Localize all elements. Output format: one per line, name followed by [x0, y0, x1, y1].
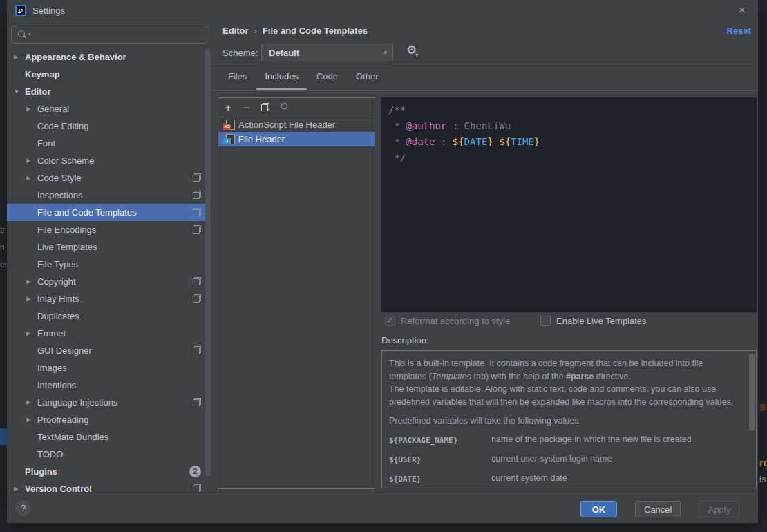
- sidebar-item-file-and-code-templates[interactable]: File and Code Templates: [7, 204, 211, 221]
- copy-icon[interactable]: [261, 102, 279, 113]
- sidebar-item-plugins[interactable]: Plugins2: [7, 463, 211, 480]
- dialog-footer: ? OK Cancel Apply: [7, 492, 758, 523]
- sidebar-item-label: GUI Designer: [37, 345, 92, 356]
- file-template-icon: AS: [223, 120, 234, 131]
- scheme-dropdown[interactable]: Default ▾: [261, 44, 393, 61]
- chevron-collapsed-icon[interactable]: ▶: [26, 106, 37, 112]
- chevron-collapsed-icon[interactable]: ▶: [14, 486, 25, 492]
- settings-tree: ▶Appearance & BehaviorKeymap▼Editor▶Gene…: [7, 48, 211, 492]
- reformat-checkbox-label: Reformat according to style: [401, 316, 510, 326]
- variable-row: ${PACKAGE_NAME}name of the package in wh…: [389, 435, 741, 447]
- remove-icon: −: [243, 102, 261, 113]
- background-selection-fragment: [0, 428, 7, 445]
- settings-content: Editor›File and Code Templates Reset Sch…: [211, 21, 758, 492]
- template-editor[interactable]: /** * @author : ChenLiWu * @date : ${DAT…: [381, 97, 757, 312]
- sidebar-item-intentions[interactable]: Intentions: [7, 377, 211, 394]
- tab-other[interactable]: Other: [348, 64, 387, 91]
- sidebar-item-label: File and Code Templates: [37, 207, 137, 218]
- sidebar-item-language-injections[interactable]: ▶Language Injections: [7, 394, 211, 411]
- sidebar-item-images[interactable]: Images: [7, 359, 211, 377]
- settings-dialog: IJ Settings × ▾ ▶Appearance & BehaviorKe…: [7, 0, 758, 523]
- sidebar-item-label: Inspections: [37, 190, 83, 200]
- chevron-collapsed-icon[interactable]: ▶: [26, 278, 37, 285]
- chevron-collapsed-icon[interactable]: ▶: [26, 296, 37, 302]
- sidebar-scrollbar[interactable]: [205, 48, 211, 477]
- sidebar-item-version-control[interactable]: ▶Version Control: [7, 480, 211, 492]
- chevron-collapsed-icon[interactable]: ▶: [26, 399, 37, 406]
- sidebar-item-color-scheme[interactable]: ▶Color Scheme: [7, 152, 211, 169]
- help-button[interactable]: ?: [15, 500, 31, 516]
- tab-includes[interactable]: Includes: [256, 64, 306, 91]
- variable-description: current system date: [491, 473, 567, 483]
- dialog-titlebar[interactable]: IJ Settings ×: [7, 0, 758, 21]
- sidebar-item-code-editing[interactable]: Code Editing: [7, 117, 211, 135]
- background-text-fragment: n: [0, 243, 5, 252]
- chevron-collapsed-icon[interactable]: ▶: [26, 158, 37, 164]
- ok-button[interactable]: OK: [580, 501, 617, 517]
- reset-link[interactable]: Reset: [727, 26, 751, 36]
- search-input[interactable]: ▾: [11, 26, 207, 44]
- enable-live-templates-checkbox[interactable]: Enable Live Templates: [540, 316, 647, 326]
- sidebar-item-font[interactable]: Font: [7, 135, 211, 152]
- sidebar-item-live-templates[interactable]: Live Templates: [7, 238, 211, 256]
- sidebar-item-label: Images: [37, 363, 67, 373]
- search-icon: [17, 30, 27, 39]
- description-scrollbar[interactable]: [749, 354, 755, 431]
- sidebar-item-emmet[interactable]: ▶Emmet: [7, 325, 211, 342]
- sidebar-item-label: Emmet: [37, 328, 66, 339]
- sidebar-item-appearance-behavior[interactable]: ▶Appearance & Behavior: [7, 48, 211, 66]
- code-line: * @author : ChenLiWu: [388, 118, 750, 134]
- add-icon[interactable]: +: [225, 102, 243, 113]
- duplicate-settings-icon: [193, 398, 201, 406]
- breadcrumb-item[interactable]: Editor: [222, 26, 249, 36]
- sidebar-item-editor[interactable]: ▼Editor: [7, 83, 211, 100]
- sidebar-item-code-style[interactable]: ▶Code Style: [7, 169, 211, 187]
- apply-button[interactable]: Apply: [699, 501, 739, 517]
- chevron-collapsed-icon[interactable]: ▶: [26, 330, 37, 336]
- close-icon[interactable]: ×: [735, 3, 750, 18]
- duplicate-settings-icon: [193, 225, 201, 234]
- cancel-button[interactable]: Cancel: [635, 501, 681, 517]
- sidebar-item-label: General: [37, 104, 69, 114]
- sidebar-item-inlay-hints[interactable]: ▶Inlay Hints: [7, 290, 211, 307]
- sidebar-item-label: Keymap: [25, 69, 60, 79]
- sidebar-item-duplicates[interactable]: Duplicates: [7, 307, 211, 325]
- duplicate-settings-icon: [193, 208, 201, 216]
- sidebar-item-keymap[interactable]: Keymap: [7, 66, 211, 83]
- code-line: */: [388, 150, 750, 166]
- description-panel: This is a built-in template. It contains…: [381, 350, 757, 488]
- sidebar-item-label: Plugins: [25, 466, 57, 477]
- sidebar-item-inspections[interactable]: Inspections: [7, 187, 211, 204]
- chevron-collapsed-icon[interactable]: ▶: [26, 417, 37, 423]
- background-text-fragment: ro: [759, 457, 767, 468]
- sidebar-item-todo[interactable]: TODO: [7, 446, 211, 463]
- sidebar-item-file-encodings[interactable]: File Encodings: [7, 221, 211, 238]
- template-item-actionscript-file-header[interactable]: ASActionScript File Header: [218, 117, 375, 132]
- duplicate-settings-icon: [193, 294, 201, 303]
- sidebar-item-gui-designer[interactable]: GUI Designer: [7, 342, 211, 359]
- duplicate-settings-icon: [193, 484, 201, 492]
- plugins-count-badge: 2: [189, 466, 201, 477]
- description-paragraph: The template is editable. Along with sta…: [389, 383, 741, 408]
- sidebar-item-copyright[interactable]: ▶Copyright: [7, 273, 211, 290]
- tab-files[interactable]: Files: [220, 64, 255, 91]
- chevron-collapsed-icon[interactable]: ▶: [26, 175, 37, 181]
- sidebar-item-textmate-bundles[interactable]: TextMate Bundles: [7, 428, 211, 446]
- chevron-collapsed-icon[interactable]: ▶: [14, 54, 25, 60]
- sidebar-item-label: Appearance & Behavior: [25, 52, 126, 62]
- checkbox-checked-icon: [385, 316, 395, 326]
- tab-code[interactable]: Code: [308, 64, 346, 91]
- sidebar-item-proofreading[interactable]: ▶Proofreading: [7, 411, 211, 428]
- sidebar-item-label: Version Control: [25, 484, 92, 492]
- scheme-gear-icon[interactable]: ⚙▾: [406, 43, 419, 57]
- sidebar-item-file-types[interactable]: File Types: [7, 256, 211, 273]
- sidebar-item-label: Language Injections: [37, 397, 117, 408]
- reformat-checkbox[interactable]: Reformat according to style: [385, 316, 510, 326]
- duplicate-settings-icon: [193, 173, 201, 182]
- chevron-expanded-icon[interactable]: ▼: [14, 88, 25, 95]
- breadcrumb-item[interactable]: File and Code Templates: [263, 26, 368, 36]
- sidebar-item-general[interactable]: ▶General: [7, 100, 211, 117]
- template-item-file-header[interactable]: JFile Header: [218, 132, 375, 146]
- template-list-toolbar: +−: [218, 98, 375, 117]
- sidebar-item-label: TODO: [37, 449, 63, 459]
